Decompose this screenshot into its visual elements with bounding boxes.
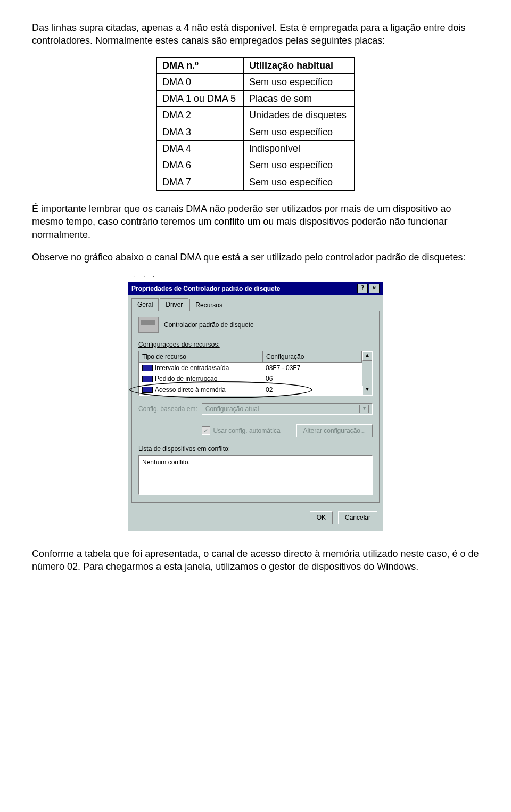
properties-dialog: · · · Propriedades de Controlador padrão… — [128, 273, 383, 531]
table-header-cell: Utilização habitual — [243, 57, 354, 73]
list-cell: Pedido de interrupção — [155, 374, 217, 383]
tab-geral[interactable]: Geral — [131, 298, 159, 311]
resource-listbox[interactable]: Tipo de recurso Configuração Intervalo d… — [138, 351, 373, 396]
grip-dots-icon: · · · — [128, 273, 383, 281]
table-cell: Sem uso específico — [243, 124, 354, 140]
table-cell: DMA 4 — [156, 141, 243, 157]
paragraph: Conforme a tabela que foi apresentada, o… — [32, 547, 479, 573]
list-row-highlighted[interactable]: Acesso direto à memória 02 — [139, 384, 362, 395]
device-name: Controlador padrão de disquete — [164, 321, 254, 329]
scroll-down-icon[interactable]: ▼ — [362, 386, 372, 395]
close-button[interactable]: × — [369, 284, 380, 293]
paragraph: Das linhas supra citadas, apenas a 4 não… — [32, 21, 479, 47]
help-button[interactable]: ? — [357, 284, 368, 293]
conflict-label: Lista de dispositivos em conflito: — [138, 445, 373, 453]
chip-icon — [142, 365, 153, 371]
list-row[interactable]: Pedido de interrupção 06 — [139, 373, 362, 384]
dma-table: DMA n.º Utilização habitual DMA 0Sem uso… — [156, 57, 355, 191]
tab-strip: Geral Driver Recursos — [128, 295, 383, 311]
table-cell: Sem uso específico — [243, 73, 354, 90]
config-based-label: Config. baseada em: — [138, 405, 197, 413]
auto-config-label: Usar config. automática — [213, 426, 281, 435]
conflict-listbox[interactable]: Nenhum conflito. — [138, 455, 373, 495]
config-based-combo: Configuração atual ▾ — [202, 403, 373, 415]
auto-config-checkbox: ✓ — [202, 426, 210, 435]
scrollbar[interactable]: ▲ ▼ — [362, 351, 372, 395]
chip-icon — [142, 387, 153, 393]
list-cell: 03F7 - 03F7 — [262, 363, 362, 373]
cancel-button[interactable]: Cancelar — [338, 511, 377, 524]
ok-button[interactable]: OK — [310, 511, 333, 524]
list-cell: 06 — [262, 373, 362, 384]
device-icon — [138, 317, 159, 333]
table-cell: DMA 1 ou DMA 5 — [156, 91, 243, 107]
dialog-title: Propriedades de Controlador padrão de di… — [131, 284, 356, 293]
table-cell: DMA 0 — [156, 73, 243, 90]
chip-icon — [142, 376, 153, 382]
list-header-cell: Configuração — [263, 351, 362, 362]
scroll-up-icon[interactable]: ▲ — [362, 351, 372, 361]
paragraph: Observe no gráfico abaixo o canal DMA qu… — [32, 251, 479, 264]
table-cell: DMA 6 — [156, 157, 243, 174]
table-cell: Indisponível — [243, 141, 354, 157]
table-cell: Placas de som — [243, 91, 354, 107]
list-cell: Acesso direto à memória — [155, 386, 226, 394]
list-row[interactable]: Intervalo de entrada/saída 03F7 - 03F7 — [139, 363, 362, 373]
chevron-down-icon: ▾ — [359, 405, 369, 413]
tab-driver[interactable]: Driver — [160, 298, 188, 311]
table-header-cell: DMA n.º — [156, 57, 243, 73]
table-cell: Unidades de disquetes — [243, 107, 354, 124]
combo-value: Configuração atual — [205, 405, 259, 413]
table-cell: Sem uso específico — [243, 174, 354, 190]
list-header-cell: Tipo de recurso — [139, 351, 263, 362]
tab-body: Controlador padrão de disquete Configura… — [131, 311, 380, 503]
conflict-text: Nenhum conflito. — [142, 458, 190, 466]
table-cell: DMA 3 — [156, 124, 243, 140]
table-cell: Sem uso específico — [243, 157, 354, 174]
list-cell: Intervalo de entrada/saída — [155, 364, 229, 372]
table-cell: DMA 2 — [156, 107, 243, 124]
table-cell: DMA 7 — [156, 174, 243, 190]
titlebar: Propriedades de Controlador padrão de di… — [128, 282, 383, 295]
list-cell: 02 — [262, 384, 362, 395]
resources-label: Configurações dos recursos: — [138, 340, 373, 349]
change-config-button: Alterar configuração... — [296, 424, 373, 437]
tab-recursos[interactable]: Recursos — [189, 299, 228, 311]
paragraph: É importante lembrar que os canais DMA n… — [32, 202, 479, 241]
